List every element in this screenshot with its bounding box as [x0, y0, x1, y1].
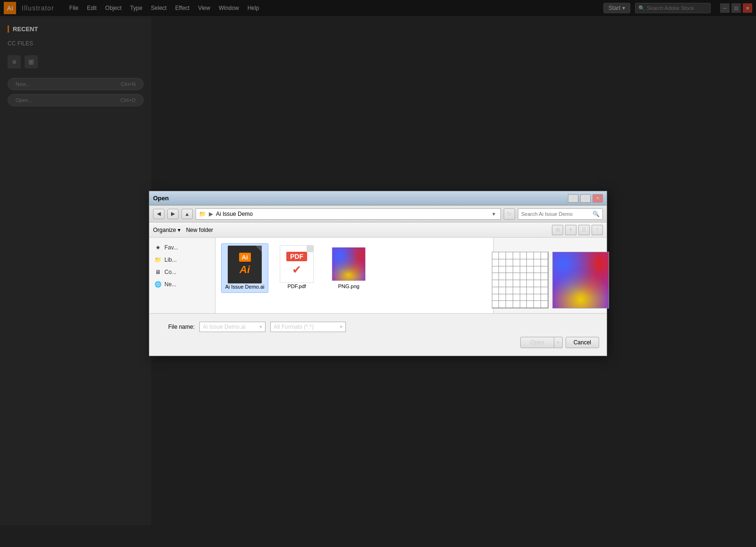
dialog-search-box[interactable]: 🔍 — [518, 208, 603, 220]
new-folder-button[interactable]: New folder — [186, 227, 213, 233]
pdf-corner — [307, 246, 313, 252]
file-item-ai[interactable]: Ai Ai Ai Issue Demo.ai — [221, 243, 268, 293]
pdf-badge: PDF — [286, 252, 307, 261]
sidebar-favorites[interactable]: ★ Fav... — [149, 241, 215, 254]
forward-button[interactable]: ▶ — [167, 209, 179, 219]
sidebar-libraries-label: Lib... — [164, 256, 177, 263]
ai-badge: Ai — [239, 253, 251, 262]
star-icon: ★ — [154, 244, 162, 251]
filename-dropdown[interactable]: Ai Issue Demo.ai ▾ — [199, 322, 266, 332]
png-file-name: PNG.png — [338, 283, 359, 289]
dialog-details-button[interactable]: ☰ — [578, 225, 590, 235]
sidebar-network[interactable]: 🌐 Ne... — [149, 278, 215, 291]
filename-dropdown-arrow: ▾ — [259, 324, 262, 330]
buttons-row: Open ▾ Cancel — [157, 337, 599, 348]
cancel-button[interactable]: Cancel — [566, 337, 599, 348]
dialog-minimize-button[interactable]: ─ — [568, 194, 578, 203]
ai-letter: Ai — [240, 264, 250, 276]
organize-button[interactable]: Organize ▾ — [153, 227, 180, 233]
back-button[interactable]: ◀ — [153, 209, 164, 219]
ai-file-icon-wrapper: Ai Ai — [227, 247, 263, 282]
ai-file-icon: Ai Ai — [228, 246, 262, 283]
address-dropdown-button[interactable]: ▾ — [490, 209, 498, 219]
filename-row: File name: Ai Issue Demo.ai ▾ All Format… — [157, 322, 599, 332]
sidebar-computer[interactable]: 🖥 Co... — [149, 266, 215, 278]
filename-value: Ai Issue Demo.ai — [203, 324, 246, 330]
preview-grid — [492, 252, 549, 308]
sidebar-computer-label: Co... — [164, 269, 176, 275]
file-item-pdf[interactable]: PDF ✔ PDF.pdf — [273, 243, 320, 293]
sidebar-favorites-label: Fav... — [164, 244, 178, 251]
dialog-view-button[interactable]: ⊞ — [552, 225, 563, 235]
dialog-overlay: Open ─ □ ✕ ◀ ▶ ▲ 📁 ▶ Ai Issue Demo ▾ ↻ 🔍 — [0, 0, 756, 547]
file-browser-area: Ai Ai Ai Issue Demo.ai PDF ✔ — [215, 238, 493, 313]
computer-icon: 🖥 — [154, 268, 162, 276]
open-dropdown-arrow[interactable]: ▾ — [554, 337, 563, 348]
png-file-icon-wrapper — [331, 246, 367, 282]
address-chevron-icon: ▶ — [209, 211, 213, 217]
dialog-footer: File name: Ai Issue Demo.ai ▾ All Format… — [149, 313, 607, 356]
refresh-button[interactable]: ↻ — [504, 208, 515, 220]
open-dialog: Open ─ □ ✕ ◀ ▶ ▲ 📁 ▶ Ai Issue Demo ▾ ↻ 🔍 — [149, 191, 607, 356]
dialog-view-dropdown[interactable]: ▾ — [565, 225, 576, 235]
pdf-acrobat-icon: ✔ — [292, 263, 301, 276]
open-button-group: Open ▾ — [520, 337, 562, 348]
sidebar-network-label: Ne... — [164, 281, 176, 288]
dialog-close-button[interactable]: ✕ — [593, 194, 603, 203]
up-button[interactable]: ▲ — [181, 209, 193, 219]
dialog-title-bar: Open ─ □ ✕ — [149, 191, 607, 205]
dialog-body: ★ Fav... 📁 Lib... 🖥 Co... 🌐 Ne... — [149, 238, 607, 313]
grid-lines — [492, 252, 548, 308]
dialog-toolbar: ◀ ▶ ▲ 📁 ▶ Ai Issue Demo ▾ ↻ 🔍 — [149, 205, 607, 222]
file-name-label: File name: — [157, 324, 195, 330]
dialog-title: Open — [153, 195, 169, 202]
dialog-help-button[interactable]: ? — [592, 225, 603, 235]
sidebar-libraries[interactable]: 📁 Lib... — [149, 254, 215, 266]
address-bar[interactable]: 📁 ▶ Ai Issue Demo ▾ — [196, 208, 501, 220]
dialog-toolbar2: Organize ▾ New folder ⊞ ▾ ☰ ? — [149, 222, 607, 238]
organize-chevron-icon: ▾ — [178, 227, 180, 233]
preview-area — [493, 238, 607, 313]
toolbar2-right: ⊞ ▾ ☰ ? — [552, 225, 603, 235]
dialog-window-buttons: ─ □ ✕ — [568, 194, 603, 203]
dialog-maximize-button[interactable]: □ — [580, 194, 591, 203]
filetype-dropdown-arrow: ▾ — [340, 324, 343, 330]
pdf-file-name: PDF.pdf — [287, 283, 306, 289]
dialog-search-icon: 🔍 — [593, 211, 600, 217]
footer-buttons: Open ▾ Cancel — [520, 337, 599, 348]
open-button[interactable]: Open — [520, 337, 554, 348]
dialog-sidebar: ★ Fav... 📁 Lib... 🖥 Co... 🌐 Ne... — [149, 238, 215, 313]
pdf-file-icon-wrapper: PDF ✔ — [279, 246, 315, 282]
preview-pair — [492, 252, 609, 308]
dialog-search-input[interactable] — [521, 211, 591, 217]
file-item-png[interactable]: PNG.png — [325, 243, 372, 293]
address-path: Ai Issue Demo — [216, 211, 253, 217]
ai-file-corner — [255, 246, 262, 252]
pdf-file-icon: PDF ✔ — [280, 245, 314, 283]
filetype-dropdown[interactable]: All Formats (*.*) ▾ — [270, 322, 346, 332]
ai-file-name: Ai Issue Demo.ai — [225, 284, 264, 290]
filetype-value: All Formats (*.*) — [274, 324, 314, 330]
library-icon: 📁 — [154, 256, 162, 264]
folder-icon: 📁 — [199, 211, 206, 217]
network-icon: 🌐 — [154, 281, 162, 288]
preview-color-gradient — [552, 252, 609, 308]
png-thumbnail — [332, 247, 366, 281]
